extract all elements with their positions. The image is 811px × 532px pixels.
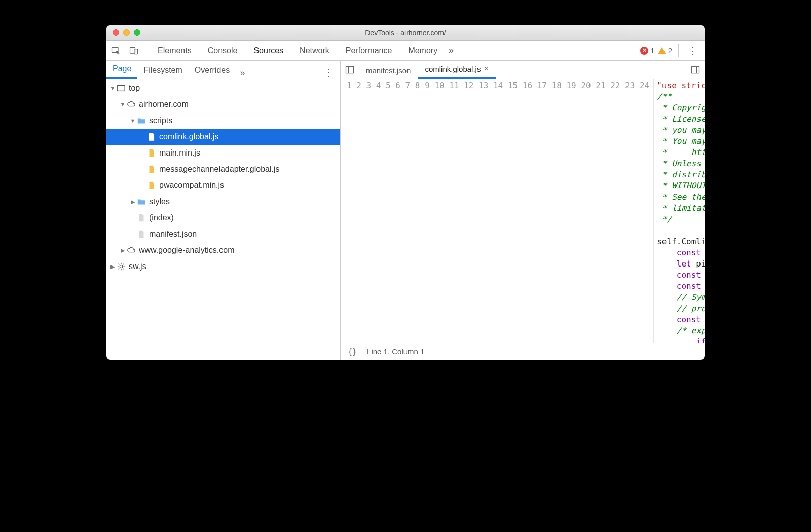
editor-tab-manifest[interactable]: manifest.json — [359, 63, 418, 79]
js-file-icon — [147, 181, 156, 190]
device-toolbar-icon[interactable] — [125, 46, 143, 56]
tab-performance[interactable]: Performance — [338, 41, 400, 60]
cloud-icon — [127, 246, 136, 255]
tree-label: messagechanneladapter.global.js — [159, 165, 280, 174]
frame-icon — [117, 84, 126, 93]
tree-label: manifest.json — [149, 230, 197, 239]
inspect-element-icon[interactable] — [106, 46, 125, 56]
navigator-tabs: Page Filesystem Overrides » ⋮ — [106, 61, 340, 79]
more-tabs-icon[interactable]: » — [446, 45, 457, 56]
navigator-tab-overrides[interactable]: Overrides — [189, 63, 236, 79]
error-count: 1 — [650, 46, 654, 55]
tab-network[interactable]: Network — [291, 41, 338, 60]
panel-body: Page Filesystem Overrides » ⋮ ▼ top ▼ ai… — [106, 61, 705, 360]
tree-folder-scripts[interactable]: ▼ scripts — [106, 112, 340, 129]
separator — [678, 44, 679, 57]
editor-pane: manifest.json comlink.global.js × 1 2 3 … — [341, 61, 705, 360]
tree-folder-styles[interactable]: ▶ styles — [106, 194, 340, 210]
tree-file-mainmin[interactable]: main.min.js — [106, 145, 340, 161]
minimize-button[interactable] — [123, 29, 130, 36]
editor-statusbar: {} Line 1, Column 1 — [341, 343, 705, 360]
tree-label: (index) — [149, 213, 174, 222]
service-worker-icon — [117, 262, 126, 271]
editor-tab-label: comlink.global.js — [425, 65, 481, 73]
tab-elements[interactable]: Elements — [150, 41, 200, 60]
tree-file-index[interactable]: (index) — [106, 210, 340, 226]
chevron-down-icon: ▼ — [109, 85, 116, 91]
navigator-tab-filesystem[interactable]: Filesystem — [137, 63, 188, 79]
navigator-more-icon[interactable]: » — [236, 68, 249, 79]
tree-label: top — [129, 84, 140, 93]
tree-file-manifest[interactable]: manifest.json — [106, 226, 340, 242]
tab-sources[interactable]: Sources — [245, 41, 291, 60]
settings-menu-icon[interactable]: ⋮ — [682, 45, 705, 57]
tree-label: pwacompat.min.js — [159, 181, 224, 190]
js-file-icon — [147, 165, 156, 174]
navigator-pane: Page Filesystem Overrides » ⋮ ▼ top ▼ ai… — [106, 61, 341, 360]
tree-label: styles — [149, 197, 170, 206]
tree-file-msgchannel[interactable]: messagechanneladapter.global.js — [106, 161, 340, 177]
warning-count: 2 — [668, 46, 672, 55]
svg-rect-5 — [346, 66, 354, 73]
editor-tabs: manifest.json comlink.global.js × — [341, 61, 705, 79]
chevron-down-icon: ▼ — [130, 118, 136, 124]
chevron-down-icon: ▼ — [120, 101, 126, 107]
cloud-icon — [127, 100, 136, 109]
tab-memory[interactable]: Memory — [400, 41, 446, 60]
main-toolbar: Elements Console Sources Network Perform… — [106, 41, 705, 61]
chevron-right-icon: ▶ — [120, 247, 126, 254]
svg-point-4 — [120, 265, 122, 268]
titlebar: DevTools - airhorner.com/ — [106, 25, 705, 41]
editor-tab-comlink[interactable]: comlink.global.js × — [418, 61, 495, 79]
error-icon: ✕ — [640, 47, 648, 55]
editor-tab-label: manifest.json — [366, 66, 411, 75]
chevron-right-icon: ▶ — [109, 263, 116, 270]
tree-top[interactable]: ▼ top — [106, 80, 340, 96]
window-title: DevTools - airhorner.com/ — [106, 29, 705, 37]
tree-label: sw.js — [129, 262, 146, 271]
file-icon — [137, 213, 146, 222]
chevron-right-icon: ▶ — [130, 199, 136, 205]
maximize-button[interactable] — [134, 29, 140, 36]
file-icon — [137, 230, 146, 239]
warning-icon — [658, 47, 666, 54]
js-file-icon — [147, 148, 156, 158]
file-tree: ▼ top ▼ airhorner.com ▼ scripts comlink.… — [106, 79, 340, 360]
separator — [146, 44, 146, 57]
tree-label: comlink.global.js — [159, 132, 218, 141]
tree-domain[interactable]: ▼ airhorner.com — [106, 96, 340, 112]
close-button[interactable] — [113, 29, 119, 36]
tree-domain-ga[interactable]: ▶ www.google-analytics.com — [106, 242, 340, 258]
svg-rect-7 — [692, 66, 699, 73]
tree-label: airhorner.com — [139, 100, 189, 109]
error-warning-counts[interactable]: ✕1 2 — [640, 46, 675, 55]
navigator-menu-icon[interactable]: ⋮ — [318, 66, 340, 79]
tree-sw[interactable]: ▶ sw.js — [106, 258, 340, 275]
svg-rect-3 — [118, 86, 125, 91]
tree-label: scripts — [149, 116, 172, 125]
tree-label: main.min.js — [159, 148, 200, 158]
devtools-window: DevTools - airhorner.com/ Elements Conso… — [106, 25, 705, 360]
tree-file-pwacompat[interactable]: pwacompat.min.js — [106, 177, 340, 194]
tree-label: www.google-analytics.com — [139, 246, 235, 255]
code-editor[interactable]: 1 2 3 4 5 6 7 8 9 10 11 12 13 14 15 16 1… — [341, 79, 705, 343]
file-icon — [147, 132, 156, 141]
toggle-debugger-icon[interactable] — [686, 61, 705, 79]
window-controls — [106, 29, 140, 36]
close-tab-icon[interactable]: × — [484, 64, 488, 73]
line-gutter: 1 2 3 4 5 6 7 8 9 10 11 12 13 14 15 16 1… — [341, 79, 654, 343]
tree-file-comlink[interactable]: comlink.global.js — [106, 129, 340, 145]
code-content[interactable]: "use strict"; /** * Copyright 2017 Googl… — [654, 79, 705, 343]
folder-icon — [137, 116, 146, 125]
folder-icon — [137, 197, 146, 206]
tab-console[interactable]: Console — [200, 41, 246, 60]
navigator-tab-page[interactable]: Page — [106, 61, 137, 79]
toggle-navigator-icon[interactable] — [341, 61, 359, 79]
pretty-print-icon[interactable]: {} — [348, 347, 357, 356]
cursor-position: Line 1, Column 1 — [367, 347, 424, 356]
